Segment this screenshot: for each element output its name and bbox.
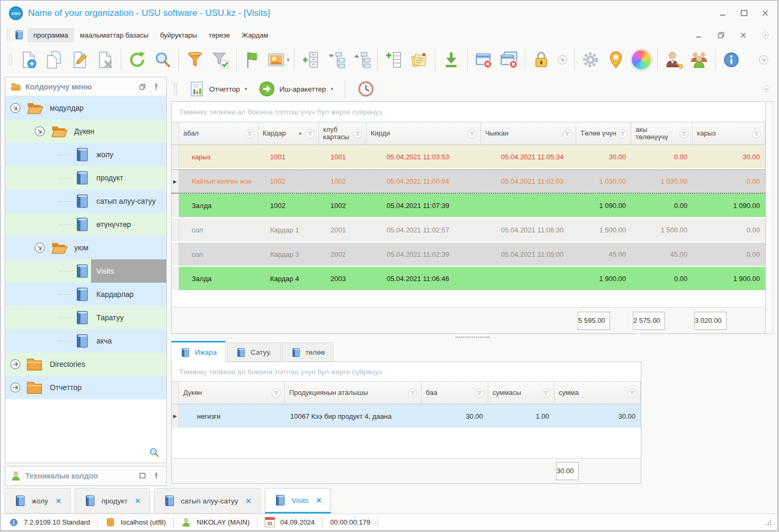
support-pin-icon[interactable] [151,471,161,481]
resize-grip[interactable] [765,519,772,526]
filter-icon[interactable] [245,129,255,139]
filter-icon[interactable] [751,129,762,139]
sidebar-item-продукт[interactable]: продукт [5,166,166,190]
close-tab-icon[interactable]: ✕ [135,497,141,505]
tab-Ижара[interactable]: Ижара [171,341,226,362]
sidebar-item-Дүкөн[interactable]: Дүкөн [5,120,166,143]
menu-item-Жардам[interactable]: Жардам [236,28,274,42]
expand-list-button[interactable] [298,47,323,73]
close-tab-icon[interactable]: ✕ [316,497,322,504]
table-row[interactable]: ▶Кайтып келген жок1002100205.04.2021 11:… [172,169,765,194]
menu-item-маалыматтар-базасы[interactable]: маалыматтар базасы [74,28,154,42]
sidebar-item-Visits[interactable]: Visits [5,259,166,283]
sidebar-item-Таратуу[interactable]: Таратуу [5,306,166,329]
chevron-more-button[interactable] [755,47,772,73]
vertical-scrollbar[interactable] [766,101,773,334]
actionbar-overflow-button[interactable] [762,84,771,94]
filter-apply-button[interactable] [208,47,233,73]
tree-expander-icon[interactable] [10,102,21,114]
tab-төлөө[interactable]: төлөө [282,342,334,362]
filter-icon[interactable] [353,129,363,139]
table-row[interactable]: ЗалдаКардар 4200305.04.2021 11:06:461 90… [172,267,765,291]
column-header-карыз[interactable]: карыз [693,122,765,145]
info-button[interactable] [719,47,744,73]
refresh-button[interactable] [124,47,150,73]
mdi-restore-button[interactable] [716,30,726,40]
image-dropdown-button[interactable]: ▾ [265,47,291,73]
user-permissions-button[interactable] [661,47,686,73]
column-header-сумма[interactable]: сумма [554,382,641,404]
actions-dropdown-button[interactable]: Иш-аракеттер ▾ [255,78,336,100]
add-row-button[interactable] [381,47,406,73]
table-row[interactable]: карыз1001100105.04.2021 11:03:5305.04.20… [172,145,765,169]
close-tab-icon[interactable]: ✕ [246,497,252,505]
filter-icon[interactable] [408,388,418,398]
mdi-minimize-button[interactable] [694,30,703,40]
close-window-button[interactable] [471,47,496,73]
column-header-Дүкөн[interactable]: Дүкөн [179,382,285,404]
filter-icon[interactable] [474,388,485,398]
close-tab-icon[interactable]: ✕ [56,497,61,505]
support-panel-header[interactable]: Техникалык колдоо [5,466,167,486]
chevron-more-button[interactable] [554,47,571,73]
panel-restore-icon[interactable] [138,82,147,92]
column-header-баа[interactable]: баа [422,382,488,404]
sidebar-item-Directories[interactable]: Directories [5,353,166,376]
tree-expander-icon[interactable] [10,382,21,393]
column-header-абал[interactable]: абал [179,122,258,145]
sidebar-item-сатып-алуу-сатуу[interactable]: сатып алуу-сатуу [5,190,166,213]
sidebar-item-модулдар[interactable]: модулдар [5,96,166,120]
sidebar-item-жолу[interactable]: жолу [5,143,166,166]
filter-icon[interactable] [627,388,637,398]
minimize-button[interactable] [718,8,728,18]
window-tab-Visits[interactable]: Visits✕ [265,488,331,513]
filter-icon[interactable] [305,129,315,139]
edit-record-button[interactable] [67,47,92,73]
table-row[interactable]: Залда1002100205.04.2021 11:07:391 090.00… [172,194,765,218]
sidebar-search-icon[interactable] [148,447,160,458]
tree-expander-icon[interactable] [10,358,21,370]
table-row[interactable]: ▶негизги10067 Кээ бир продукт 4, даана30… [172,404,641,429]
filter-icon[interactable] [562,129,572,139]
column-header-клуб-картасы[interactable]: клуб картасы [319,122,366,145]
horizontal-splitter[interactable] [171,334,773,340]
filter-button[interactable] [182,47,208,73]
copy-record-button[interactable] [41,47,67,73]
tree-expander-icon[interactable] [34,242,46,254]
panel-pin-icon[interactable] [151,82,161,92]
menubar-overflow-button[interactable] [760,30,770,40]
window-tab-сатып-алуу-сатуу[interactable]: сатып алуу-сатуу✕ [154,488,261,513]
tree-expander-icon[interactable] [34,125,46,137]
table-row[interactable]: солКардар 3200205.04.2021 11:02:3905.04.… [172,242,765,267]
table-row[interactable]: солКардар 1200105.04.2021 11:02:5705.04.… [172,218,765,242]
settings-button[interactable] [578,47,603,73]
maximize-button[interactable] [739,8,749,18]
delete-record-button[interactable] [92,47,118,73]
filter-icon[interactable] [467,129,477,139]
window-tab-продукт[interactable]: продукт✕ [75,488,150,513]
colors-button[interactable] [629,47,654,73]
time-report-button[interactable] [354,78,378,100]
column-header-Кирди[interactable]: Кирди [366,122,481,145]
menubar-grip[interactable] [7,29,10,41]
actionbar-grip[interactable] [174,83,177,95]
column-header-Продукциянын-аталышы[interactable]: Продукциянын аталышы [285,382,422,404]
toolbar-grip[interactable] [9,53,12,66]
tab-Сатуу.[interactable]: Сатуу. [227,342,280,362]
collapse-tree-button[interactable] [323,47,348,73]
window-tab-жолу[interactable]: жолу✕ [5,488,70,513]
reports-dropdown-button[interactable]: Отчеттор ▾ [185,78,250,100]
close-all-windows-button[interactable] [496,47,522,73]
search-button[interactable] [150,47,175,73]
new-record-button[interactable] [16,47,41,73]
flag-button[interactable] [240,47,265,73]
filter-icon[interactable] [617,129,628,139]
column-header-Чыккан[interactable]: Чыккан [481,122,576,145]
menu-item-терезе[interactable]: терезе [203,28,236,42]
sidebar-item-уюм[interactable]: уюм [5,236,166,259]
column-header-Кардар[interactable]: Кардар▲ [258,122,319,145]
filter-icon[interactable] [541,388,551,398]
sidebar-item-өтүнүчтөр[interactable]: өтүнүчтөр [5,213,166,236]
close-button[interactable] [760,8,770,18]
sidebar-item-акча[interactable]: акча [5,329,166,353]
